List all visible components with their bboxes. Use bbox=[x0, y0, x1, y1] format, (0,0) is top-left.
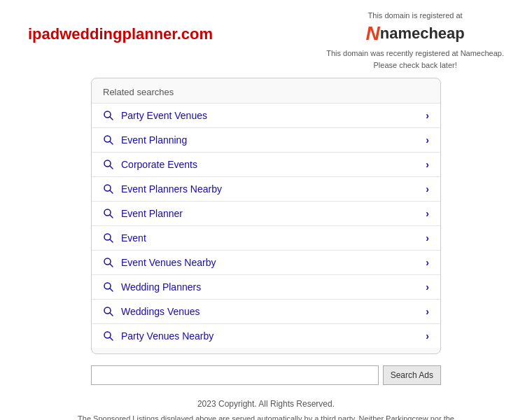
search-item[interactable]: Weddings Venues› bbox=[92, 299, 440, 323]
chevron-right-icon: › bbox=[426, 330, 429, 342]
svg-line-9 bbox=[110, 215, 113, 218]
search-item[interactable]: Event Venues Nearby› bbox=[92, 250, 440, 274]
search-icon bbox=[103, 330, 114, 342]
chevron-right-icon: › bbox=[426, 134, 429, 146]
svg-line-15 bbox=[110, 288, 113, 291]
search-item-left: Event bbox=[103, 232, 146, 244]
search-icon bbox=[103, 208, 114, 219]
chevron-right-icon: › bbox=[426, 208, 429, 219]
search-ads-button[interactable]: Search Ads bbox=[383, 365, 441, 385]
search-item[interactable]: Party Event Venues› bbox=[92, 103, 440, 127]
svg-line-17 bbox=[110, 313, 113, 316]
search-item-label: Event Planning bbox=[121, 134, 187, 146]
chevron-right-icon: › bbox=[426, 183, 429, 195]
chevron-right-icon: › bbox=[426, 306, 429, 317]
search-icon bbox=[103, 232, 114, 244]
search-bar-row: Search Ads bbox=[91, 365, 441, 385]
footer-copyright: 2023 Copyright. All Rights Reserved. bbox=[28, 399, 504, 409]
search-item-label: Event bbox=[121, 232, 146, 244]
svg-line-7 bbox=[110, 190, 113, 193]
search-item-left: Corporate Events bbox=[103, 159, 197, 170]
search-icon bbox=[103, 110, 114, 121]
search-item-label: Weddings Venues bbox=[121, 306, 200, 317]
namecheap-desc: This domain was recently registered at N… bbox=[326, 48, 504, 71]
search-item[interactable]: Event Planning› bbox=[92, 127, 440, 152]
search-items-list: Party Event Venues›Event Planning›Corpor… bbox=[92, 103, 440, 348]
search-item[interactable]: Event Planners Nearby› bbox=[92, 176, 440, 201]
main-content: Related searches Party Event Venues›Even… bbox=[0, 78, 532, 385]
namecheap-text: namecheap bbox=[380, 24, 465, 43]
search-item[interactable]: Corporate Events› bbox=[92, 152, 440, 176]
search-item-label: Event Planner bbox=[121, 208, 183, 219]
search-item-label: Party Venues Nearby bbox=[121, 330, 214, 342]
search-item-left: Event Planners Nearby bbox=[103, 183, 222, 195]
namecheap-n-icon: N bbox=[365, 22, 378, 45]
domain-registered-text: This domain is registered at bbox=[326, 11, 504, 20]
search-item-label: Event Venues Nearby bbox=[121, 257, 216, 268]
search-input[interactable] bbox=[91, 365, 379, 385]
chevron-right-icon: › bbox=[426, 110, 429, 121]
page-header: ipadweddingplanner.com This domain is re… bbox=[0, 0, 532, 78]
search-item[interactable]: Event Planner› bbox=[92, 201, 440, 225]
site-logo[interactable]: ipadweddingplanner.com bbox=[28, 25, 213, 43]
svg-line-19 bbox=[110, 337, 113, 340]
chevron-right-icon: › bbox=[426, 257, 429, 268]
related-searches-title: Related searches bbox=[92, 87, 440, 103]
svg-line-3 bbox=[110, 141, 113, 144]
svg-line-13 bbox=[110, 264, 113, 267]
svg-line-1 bbox=[110, 117, 113, 120]
namecheap-desc-line2: Please check back later! bbox=[374, 61, 457, 69]
search-item-left: Event Venues Nearby bbox=[103, 257, 216, 268]
search-icon bbox=[103, 306, 114, 317]
search-item[interactable]: Wedding Planners› bbox=[92, 274, 440, 299]
search-item-left: Party Venues Nearby bbox=[103, 330, 214, 342]
chevron-right-icon: › bbox=[426, 281, 429, 293]
search-icon bbox=[103, 183, 114, 195]
chevron-right-icon: › bbox=[426, 232, 429, 244]
search-icon bbox=[103, 257, 114, 268]
search-item[interactable]: Party Venues Nearby› bbox=[92, 323, 440, 348]
page-footer: 2023 Copyright. All Rights Reserved. The… bbox=[0, 395, 532, 420]
namecheap-block: This domain is registered at N namecheap… bbox=[326, 11, 504, 71]
chevron-right-icon: › bbox=[426, 159, 429, 170]
search-item-left: Event Planning bbox=[103, 134, 187, 146]
search-item-label: Event Planners Nearby bbox=[121, 183, 222, 195]
search-item-label: Wedding Planners bbox=[121, 281, 201, 293]
search-item-left: Wedding Planners bbox=[103, 281, 201, 293]
search-icon bbox=[103, 159, 114, 170]
search-item-left: Party Event Venues bbox=[103, 110, 207, 121]
svg-line-11 bbox=[110, 239, 113, 242]
search-item-label: Party Event Venues bbox=[121, 110, 207, 121]
footer-disclaimer: The Sponsored Listings displayed above a… bbox=[70, 413, 462, 420]
search-item-left: Event Planner bbox=[103, 208, 183, 219]
namecheap-logo: N namecheap bbox=[326, 22, 504, 45]
namecheap-desc-line1: This domain was recently registered at N… bbox=[326, 49, 504, 57]
search-icon bbox=[103, 134, 114, 146]
svg-line-5 bbox=[110, 166, 113, 169]
search-item-label: Corporate Events bbox=[121, 159, 197, 170]
search-item-left: Weddings Venues bbox=[103, 306, 200, 317]
search-item[interactable]: Event› bbox=[92, 225, 440, 250]
search-icon bbox=[103, 281, 114, 293]
related-searches-box: Related searches Party Event Venues›Even… bbox=[91, 78, 441, 354]
